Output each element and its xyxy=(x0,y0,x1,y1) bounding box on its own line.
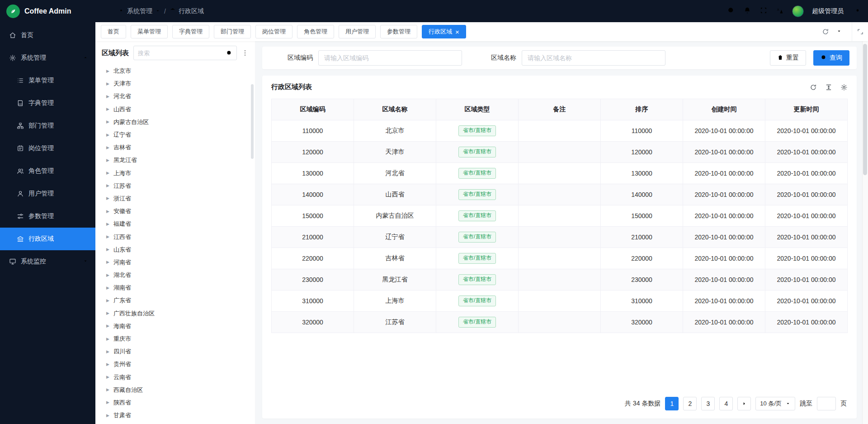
collapse-sidebar-icon[interactable] xyxy=(103,7,111,15)
caret-right-icon[interactable]: ▶ xyxy=(106,400,109,405)
caret-right-icon[interactable]: ▶ xyxy=(106,171,109,175)
tree-item[interactable]: ▶四川省 xyxy=(102,345,249,358)
app-logo[interactable]: Coffee Admin xyxy=(0,0,95,22)
tree-item[interactable]: ▶福建省 xyxy=(102,218,249,230)
table-row[interactable]: 130000河北省省市/直辖市1300002020-10-01 00:00:00… xyxy=(272,163,848,184)
tab-字典管理[interactable]: 字典管理 xyxy=(172,25,209,38)
caret-right-icon[interactable]: ▶ xyxy=(106,146,109,150)
caret-right-icon[interactable]: ▶ xyxy=(106,337,109,341)
caret-right-icon[interactable]: ▶ xyxy=(106,350,109,354)
tree-item[interactable]: ▶陕西省 xyxy=(102,396,249,409)
density-icon[interactable] xyxy=(825,84,832,91)
tab-参数管理[interactable]: 参数管理 xyxy=(380,25,417,38)
sidebar-item-menu-mgmt[interactable]: 菜单管理 xyxy=(0,69,95,92)
tree-item[interactable]: ▶山东省 xyxy=(102,243,249,256)
sidebar-item-home[interactable]: 首页 xyxy=(0,24,95,47)
sidebar-item-role-mgmt[interactable]: 角色管理 xyxy=(0,160,95,182)
table-row[interactable]: 230000黑龙江省省市/直辖市2300002020-10-01 00:00:0… xyxy=(272,269,848,291)
search-icon[interactable] xyxy=(727,6,735,16)
search-icon[interactable] xyxy=(226,50,232,56)
jump-page-input[interactable] xyxy=(817,397,836,410)
caret-right-icon[interactable]: ▶ xyxy=(106,184,109,188)
sidebar-item-system[interactable]: 系统管理 xyxy=(0,47,95,69)
caret-right-icon[interactable]: ▶ xyxy=(106,69,109,73)
caret-right-icon[interactable]: ▶ xyxy=(106,248,109,252)
tree-item[interactable]: ▶山西省 xyxy=(102,103,249,116)
tree-item[interactable]: ▶海南省 xyxy=(102,320,249,333)
tree-item[interactable]: ▶甘肃省 xyxy=(102,409,249,422)
caret-right-icon[interactable]: ▶ xyxy=(106,260,109,264)
table-row[interactable]: 140000山西省省市/直辖市1400002020-10-01 00:00:00… xyxy=(272,184,848,205)
page-button-1[interactable]: 1 xyxy=(665,397,679,410)
query-button[interactable]: 查询 xyxy=(813,50,849,66)
caret-right-icon[interactable]: ▶ xyxy=(106,82,109,86)
table-row[interactable]: 220000吉林省省市/直辖市2200002020-10-01 00:00:00… xyxy=(272,248,848,269)
caret-right-icon[interactable]: ▶ xyxy=(106,222,109,226)
tab-首页[interactable]: 首页 xyxy=(101,25,126,38)
caret-right-icon[interactable]: ▶ xyxy=(106,311,109,315)
tree-item[interactable]: ▶广西壮族自治区 xyxy=(102,307,249,320)
tree-item[interactable]: ▶安徽省 xyxy=(102,205,249,218)
caret-right-icon[interactable]: ▶ xyxy=(106,196,109,200)
tree-item[interactable]: ▶吉林省 xyxy=(102,141,249,154)
breadcrumb-region[interactable]: 行政区域 xyxy=(170,7,204,15)
avatar[interactable] xyxy=(792,5,804,17)
tree-item[interactable]: ▶河南省 xyxy=(102,256,249,269)
reset-button[interactable]: 重置 xyxy=(770,50,806,66)
caret-right-icon[interactable]: ▶ xyxy=(106,273,109,277)
sidebar-item-region[interactable]: 行政区域 xyxy=(0,228,95,250)
settings-gear-icon[interactable] xyxy=(854,6,862,16)
table-settings-icon[interactable] xyxy=(840,84,848,91)
caret-right-icon[interactable]: ▶ xyxy=(106,120,109,124)
tab-菜单管理[interactable]: 菜单管理 xyxy=(131,25,168,38)
tree-item[interactable]: ▶湖北省 xyxy=(102,269,249,281)
fullscreen-icon[interactable] xyxy=(760,6,768,16)
region-name-input[interactable] xyxy=(522,50,665,66)
close-icon[interactable]: × xyxy=(455,29,459,35)
refresh-icon[interactable] xyxy=(810,84,817,91)
page-size-select[interactable]: 10 条/页 xyxy=(755,397,795,410)
tab-岗位管理[interactable]: 岗位管理 xyxy=(255,25,292,38)
tree-item[interactable]: ▶江苏省 xyxy=(102,180,249,192)
window-scrollbar[interactable] xyxy=(862,41,868,424)
tree-item[interactable]: ▶上海市 xyxy=(102,167,249,180)
tree-item[interactable]: ▶广东省 xyxy=(102,294,249,307)
chevron-down-icon[interactable] xyxy=(836,28,842,35)
table-row[interactable]: 120000天津市省市/直辖市1200002020-10-01 00:00:00… xyxy=(272,142,848,163)
username[interactable]: 超级管理员 xyxy=(812,7,844,15)
caret-right-icon[interactable]: ▶ xyxy=(106,286,109,290)
caret-right-icon[interactable]: ▶ xyxy=(106,133,109,137)
table-row[interactable]: 210000辽宁省省市/直辖市2100002020-10-01 00:00:00… xyxy=(272,227,848,248)
refresh-icon[interactable] xyxy=(822,28,829,35)
tree-item[interactable]: ▶浙江省 xyxy=(102,192,249,205)
caret-right-icon[interactable]: ▶ xyxy=(106,107,109,111)
next-page-button[interactable] xyxy=(737,397,751,410)
caret-right-icon[interactable]: ▶ xyxy=(106,388,109,392)
table-row[interactable]: 320000江苏省省市/直辖市3200002020-10-01 00:00:00… xyxy=(272,312,848,333)
tree-item[interactable]: ▶湖南省 xyxy=(102,281,249,294)
expand-icon[interactable] xyxy=(852,22,868,41)
tree-item[interactable]: ▶西藏自治区 xyxy=(102,384,249,396)
sidebar-item-dept-mgmt[interactable]: 部门管理 xyxy=(0,114,95,137)
region-search-box[interactable] xyxy=(133,46,237,60)
page-button-2[interactable]: 2 xyxy=(683,397,697,410)
caret-right-icon[interactable]: ▶ xyxy=(106,299,109,303)
region-scrollbar-thumb[interactable] xyxy=(251,84,254,159)
breadcrumb-system[interactable]: 系统管理 xyxy=(118,7,160,15)
window-scrollbar-thumb[interactable] xyxy=(863,44,867,175)
tree-item[interactable]: ▶贵州省 xyxy=(102,358,249,371)
tab-用户管理[interactable]: 用户管理 xyxy=(339,25,376,38)
caret-right-icon[interactable]: ▶ xyxy=(106,235,109,239)
page-button-4[interactable]: 4 xyxy=(719,397,733,410)
sidebar-item-dict-mgmt[interactable]: 字典管理 xyxy=(0,92,95,114)
sidebar-item-monitor[interactable]: 系统监控 xyxy=(0,250,95,273)
sidebar-item-post-mgmt[interactable]: 岗位管理 xyxy=(0,137,95,160)
tree-item[interactable]: ▶云南省 xyxy=(102,371,249,384)
tab-角色管理[interactable]: 角色管理 xyxy=(297,25,334,38)
tree-item[interactable]: ▶黑龙江省 xyxy=(102,154,249,167)
tree-item[interactable]: ▶青海省 xyxy=(102,422,249,424)
tab-行政区域[interactable]: 行政区域× xyxy=(422,25,466,38)
caret-right-icon[interactable]: ▶ xyxy=(106,158,109,162)
table-row[interactable]: 310000上海市省市/直辖市3100002020-10-01 00:00:00… xyxy=(272,291,848,312)
caret-right-icon[interactable]: ▶ xyxy=(106,95,109,99)
